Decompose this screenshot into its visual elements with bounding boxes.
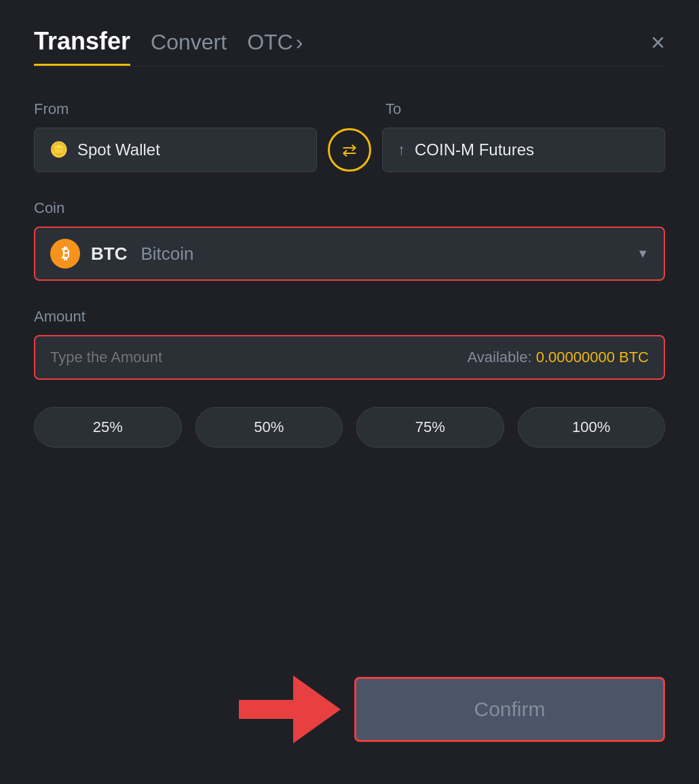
tab-transfer[interactable]: Transfer [34,27,130,66]
coin-label: Coin [34,199,665,217]
from-wallet-name: Spot Wallet [77,140,160,159]
arrow-shaft [239,700,293,719]
transfer-modal: Transfer Convert OTC › × From To 🪙 Spot … [0,0,699,784]
header-divider [34,66,665,66]
wallet-icon: 🪙 [50,141,68,159]
from-to-section: From To 🪙 Spot Wallet ⇄ ↑ COIN-M Futures [34,100,665,172]
close-button[interactable]: × [651,31,665,63]
amount-section: Amount Available: 0.00000000 BTC [34,308,665,380]
swap-button[interactable]: ⇄ [328,128,371,172]
from-to-inputs: 🪙 Spot Wallet ⇄ ↑ COIN-M Futures [34,128,665,172]
percent-25-button[interactable]: 25% [34,407,182,448]
btc-icon: ₿ [50,239,80,269]
btc-symbol-icon: ₿ [62,245,69,262]
percent-50-button[interactable]: 50% [195,407,343,448]
coin-full-name: Bitcoin [140,243,193,264]
to-label: To [379,100,665,118]
available-value: 0.00000000 BTC [536,349,649,366]
percent-75-button[interactable]: 75% [356,407,504,448]
from-label: From [34,100,314,118]
amount-label: Amount [34,308,665,326]
to-wallet-selector[interactable]: ↑ COIN-M Futures [382,128,665,172]
arrow-head [293,675,341,743]
from-to-labels: From To [34,100,665,118]
arrow-graphic [239,675,341,743]
percent-100-button[interactable]: 100% [518,407,666,448]
tab-convert[interactable]: Convert [151,30,227,63]
percent-buttons: 25% 50% 75% 100% [34,407,665,448]
coin-dropdown[interactable]: ₿ BTC Bitcoin ▼ [34,227,665,281]
confirm-button[interactable]: Confirm [354,677,665,742]
confirm-section: Confirm [34,675,665,743]
coin-section: Coin ₿ BTC Bitcoin ▼ [34,199,665,281]
arrow-container [34,675,354,743]
coin-symbol: BTC [91,243,127,264]
chevron-down-icon: ▼ [637,247,649,261]
amount-input-box: Available: 0.00000000 BTC [34,335,665,380]
available-text: Available: 0.00000000 BTC [468,349,649,366]
modal-header: Transfer Convert OTC › × [34,27,665,66]
futures-icon: ↑ [398,141,405,159]
swap-icon: ⇄ [342,140,357,161]
from-wallet-selector[interactable]: 🪙 Spot Wallet [34,128,317,172]
tab-otc[interactable]: OTC › [247,30,303,63]
to-wallet-name: COIN-M Futures [415,140,534,159]
amount-input[interactable] [50,349,468,366]
